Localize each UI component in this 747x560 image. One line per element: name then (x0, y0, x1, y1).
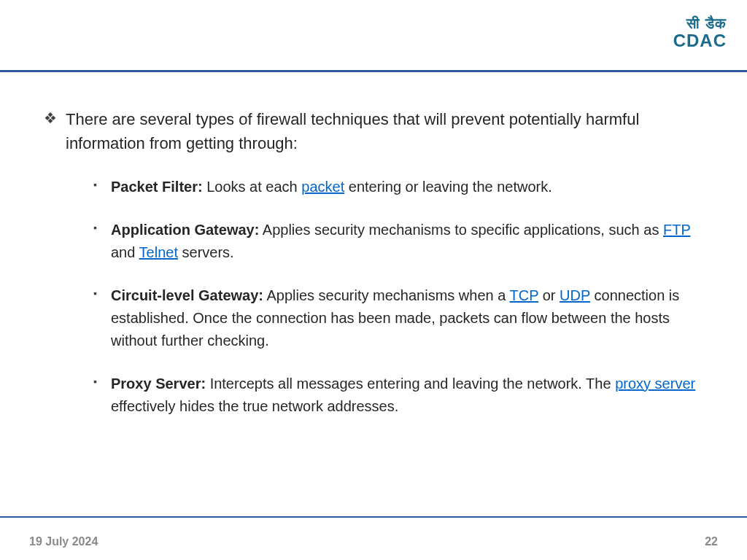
item-text: Intercepts all messages entering and lea… (206, 376, 615, 392)
footer-page-number: 22 (705, 535, 718, 548)
footer-divider (0, 516, 747, 518)
intro-bullet: There are several types of firewall tech… (44, 107, 711, 155)
item-text: Looks at each (203, 179, 302, 195)
item-text: servers. (178, 244, 234, 260)
logo-english: CDAC (673, 32, 727, 50)
item-label: Application Gateway: (111, 222, 259, 238)
item-text: effectively hides the true network addre… (111, 398, 398, 414)
footer-date: 19 July 2024 (29, 535, 98, 548)
logo-hindi: सी डैक (673, 16, 727, 31)
intro-text: There are several types of firewall tech… (66, 110, 639, 152)
item-text: Applies security mechanisms when a (263, 287, 510, 303)
item-text: and (111, 244, 139, 260)
item-text: Applies security mechanisms to specific … (259, 222, 663, 238)
link-proxy-server[interactable]: proxy server (615, 376, 695, 392)
list-item: Packet Filter: Looks at each packet ente… (93, 176, 711, 198)
firewall-types-list: Packet Filter: Looks at each packet ente… (44, 176, 711, 418)
list-item: Circuit-level Gateway: Applies security … (93, 284, 711, 352)
item-text: entering or leaving the network. (344, 179, 552, 195)
link-udp[interactable]: UDP (560, 287, 590, 303)
link-telnet[interactable]: Telnet (139, 244, 178, 260)
list-item: Application Gateway: Applies security me… (93, 219, 711, 264)
slide-footer: 19 July 2024 22 (0, 524, 747, 560)
item-text: or (538, 287, 560, 303)
cdac-logo: सी डैक CDAC (673, 16, 727, 50)
slide-header: सी डैक CDAC (0, 0, 747, 72)
slide-content: There are several types of firewall tech… (0, 72, 747, 418)
item-label: Proxy Server: (111, 376, 206, 392)
link-ftp[interactable]: FTP (663, 222, 690, 238)
link-packet[interactable]: packet (301, 179, 344, 195)
item-label: Circuit-level Gateway: (111, 287, 263, 303)
item-label: Packet Filter: (111, 179, 203, 195)
link-tcp[interactable]: TCP (510, 287, 539, 303)
list-item: Proxy Server: Intercepts all messages en… (93, 373, 711, 418)
